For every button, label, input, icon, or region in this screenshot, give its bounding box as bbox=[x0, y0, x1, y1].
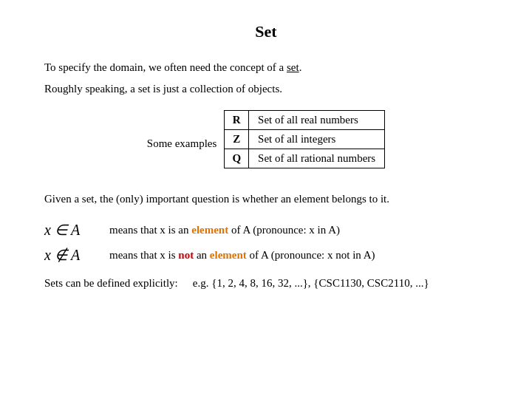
desc-real: Set of all real numbers bbox=[249, 111, 385, 130]
not-member-block: x ∉ A means that x is not an element of … bbox=[44, 246, 488, 264]
intro-line2: Roughly speaking, a set is just a collec… bbox=[44, 81, 488, 98]
main-page: Set To specify the domain, we often need… bbox=[0, 0, 532, 399]
explicit-section: Sets can be defined explicitly: e.g. {1,… bbox=[44, 277, 488, 290]
intro-line1-pre: To specify the domain, we often need the… bbox=[44, 61, 287, 73]
not-member-desc-post: of A (pronounce: x not in A) bbox=[247, 249, 375, 261]
table-row: Z Set of all integers bbox=[225, 130, 385, 149]
not-keyword: not bbox=[178, 249, 194, 261]
examples-section: Some examples R Set of all real numbers … bbox=[44, 110, 488, 177]
table-row: R Set of all real numbers bbox=[225, 111, 385, 130]
important-question: Given a set, the (only) important questi… bbox=[44, 190, 488, 208]
member-keyword: element bbox=[191, 224, 228, 236]
member-block: x ∈ A means that x is an element of A (p… bbox=[44, 221, 488, 239]
desc-integers: Set of all integers bbox=[249, 130, 385, 149]
table-label: Some examples bbox=[147, 110, 225, 177]
intro-line1: To specify the domain, we often need the… bbox=[44, 59, 488, 76]
desc-rational: Set of all rational numbers bbox=[249, 149, 385, 168]
symbol-Z: Z bbox=[225, 130, 249, 149]
set-examples-table: R Set of all real numbers Z Set of all i… bbox=[224, 110, 385, 168]
member-description: means that x is an element of A (pronoun… bbox=[109, 224, 340, 236]
page-title: Set bbox=[44, 22, 488, 41]
symbol-R: R bbox=[225, 111, 249, 130]
intro-keyword-set: set bbox=[287, 61, 299, 73]
not-member-keyword2: element bbox=[210, 249, 247, 261]
explicit-label: Sets can be defined explicitly: bbox=[44, 277, 178, 290]
explicit-example: e.g. {1, 2, 4, 8, 16, 32, ...}, {CSC1130… bbox=[193, 277, 429, 290]
not-member-formula: x ∉ A bbox=[44, 246, 96, 264]
member-desc-mid: of A (pronounce: x in A) bbox=[228, 224, 340, 236]
not-member-description: means that x is not an element of A (pro… bbox=[109, 249, 375, 262]
intro-line1-post: . bbox=[299, 61, 302, 73]
member-desc-pre: means that x is an bbox=[109, 224, 191, 236]
table-row: Q Set of all rational numbers bbox=[225, 149, 385, 168]
not-member-desc-pre: means that x is bbox=[109, 249, 178, 261]
member-formula: x ∈ A bbox=[44, 221, 96, 239]
not-member-desc-mid: an bbox=[194, 249, 210, 261]
symbol-Q: Q bbox=[225, 149, 249, 168]
intro-section: To specify the domain, we often need the… bbox=[44, 59, 488, 97]
